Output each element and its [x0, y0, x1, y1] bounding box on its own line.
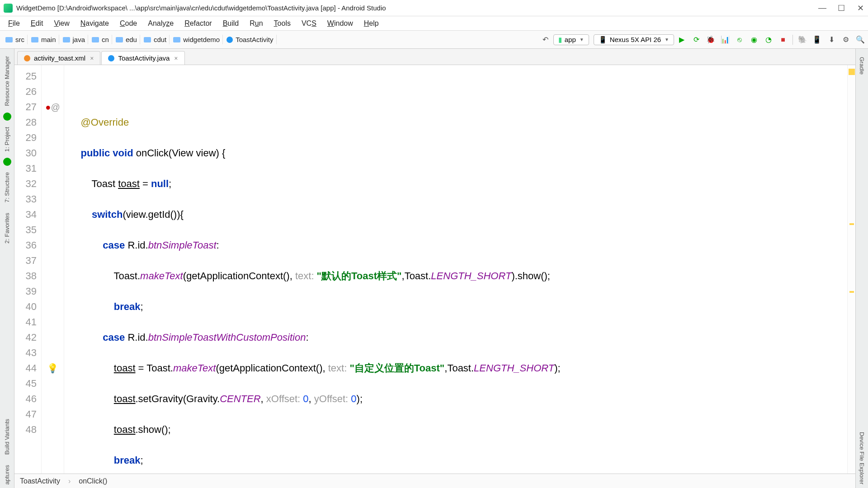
- warning-indicator-icon: [849, 69, 855, 75]
- menu-edit[interactable]: Edit: [26, 18, 48, 29]
- app-icon: [4, 4, 13, 13]
- menu-window[interactable]: Window: [323, 18, 358, 29]
- menu-vcs[interactable]: VCS: [297, 18, 321, 29]
- menu-navigate[interactable]: Navigate: [76, 18, 113, 29]
- navigation-bar: src main java cn edu cdut widgetdemo Toa…: [0, 31, 868, 49]
- main-area: Resource Manager 1: Project 7: Structure…: [0, 49, 868, 488]
- indicator-icon: [3, 113, 11, 121]
- menu-file[interactable]: File: [4, 18, 24, 29]
- debug-button[interactable]: 🐞: [706, 35, 716, 45]
- run-button[interactable]: ▶: [677, 35, 687, 45]
- crumb-src[interactable]: src: [3, 35, 28, 44]
- project-structure-icon[interactable]: ⚙: [841, 35, 851, 45]
- back-icon[interactable]: ↶: [541, 35, 551, 45]
- run-config-selector[interactable]: ▮ app▼: [553, 34, 589, 45]
- crumb-widgetdemo[interactable]: widgetdemo: [170, 35, 223, 44]
- menu-build[interactable]: Build: [218, 18, 244, 29]
- crumb-cn[interactable]: cn: [89, 35, 112, 44]
- window-titlebar: WidgetDemo [D:\Android\workspace\ ...\ap…: [0, 0, 868, 16]
- search-everywhere-icon[interactable]: 🔍: [855, 35, 865, 45]
- toolwindow-resource-manager[interactable]: Resource Manager: [3, 52, 11, 110]
- indicator-icon: [3, 158, 11, 166]
- crumb-main[interactable]: main: [28, 35, 59, 44]
- sdk-manager-icon[interactable]: ⬇: [826, 35, 836, 45]
- coverage-icon[interactable]: ◉: [749, 35, 759, 45]
- toolwindow-build-variants[interactable]: Build Variants: [3, 415, 11, 458]
- editor-zone: activity_toast.xml × ToastActivity.java …: [14, 49, 855, 488]
- menu-tools[interactable]: Tools: [269, 18, 295, 29]
- left-tool-strip: Resource Manager 1: Project 7: Structure…: [0, 49, 14, 488]
- line-number-gutter: 2526272829303132333435363738394041424344…: [14, 65, 42, 474]
- android-profiler-icon[interactable]: ◔: [764, 35, 774, 45]
- toolwindow-captures[interactable]: aptures: [3, 461, 11, 488]
- crumb-java[interactable]: java: [60, 35, 89, 44]
- toolwindow-structure[interactable]: 7: Structure: [3, 169, 11, 206]
- right-tool-strip: Gradle Device File Explorer: [855, 49, 868, 488]
- menu-run[interactable]: Run: [245, 18, 267, 29]
- editor-tabs: activity_toast.xml × ToastActivity.java …: [14, 49, 855, 65]
- crumb-class[interactable]: ToastActivity: [224, 35, 276, 44]
- toolwindow-project[interactable]: 1: Project: [3, 123, 11, 155]
- crumb-cdut[interactable]: cdut: [141, 35, 170, 44]
- minimize-button[interactable]: —: [818, 4, 826, 12]
- maximize-button[interactable]: ☐: [837, 4, 845, 12]
- profiler-icon[interactable]: 📊: [720, 35, 730, 45]
- attach-debugger-icon[interactable]: ⎋: [735, 35, 745, 45]
- menu-view[interactable]: View: [49, 18, 74, 29]
- close-tab-icon[interactable]: ×: [90, 55, 94, 62]
- menu-help[interactable]: Help: [359, 18, 383, 29]
- intention-bulb-icon[interactable]: 💡: [42, 361, 64, 376]
- breadcrumb-method[interactable]: onClick(): [79, 477, 107, 485]
- override-marker-icon[interactable]: ●@: [42, 99, 64, 115]
- code-editor[interactable]: 2526272829303132333435363738394041424344…: [14, 65, 855, 474]
- close-button[interactable]: ✕: [856, 4, 864, 12]
- gutter-icons: ●@ 💡: [42, 65, 64, 474]
- warning-mark-icon[interactable]: [849, 291, 854, 293]
- avd-manager-icon[interactable]: 📱: [812, 35, 822, 45]
- toolwindow-device-file-explorer[interactable]: Device File Explorer: [858, 428, 866, 488]
- menu-refactor[interactable]: Refactor: [180, 18, 216, 29]
- menu-analyze[interactable]: Analyze: [143, 18, 178, 29]
- breadcrumb-class[interactable]: ToastActivity: [20, 477, 60, 485]
- warning-mark-icon[interactable]: [849, 223, 854, 225]
- code-text[interactable]: @Override public void onClick(View view)…: [64, 65, 847, 474]
- tab-toast-activity-java[interactable]: ToastActivity.java ×: [101, 51, 184, 65]
- editor-breadcrumb: ToastActivity › onClick(): [14, 474, 855, 488]
- apply-changes-icon[interactable]: ⟳: [691, 35, 701, 45]
- error-stripe[interactable]: [847, 65, 855, 474]
- close-tab-icon[interactable]: ×: [174, 55, 178, 62]
- tab-activity-toast-xml[interactable]: activity_toast.xml ×: [17, 51, 100, 65]
- main-menu-bar: File Edit View Navigate Code Analyze Ref…: [0, 16, 868, 31]
- window-title: WidgetDemo [D:\Android\workspace\ ...\ap…: [16, 4, 818, 12]
- device-selector[interactable]: 📱 Nexus 5X API 26▼: [594, 34, 674, 45]
- stop-button[interactable]: ■: [778, 35, 788, 45]
- toolwindow-favorites[interactable]: 2: Favorites: [3, 209, 11, 247]
- menu-code[interactable]: Code: [115, 18, 142, 29]
- crumb-edu[interactable]: edu: [113, 35, 140, 44]
- toolwindow-gradle[interactable]: Gradle: [858, 53, 866, 78]
- sync-gradle-icon[interactable]: 🐘: [797, 35, 807, 45]
